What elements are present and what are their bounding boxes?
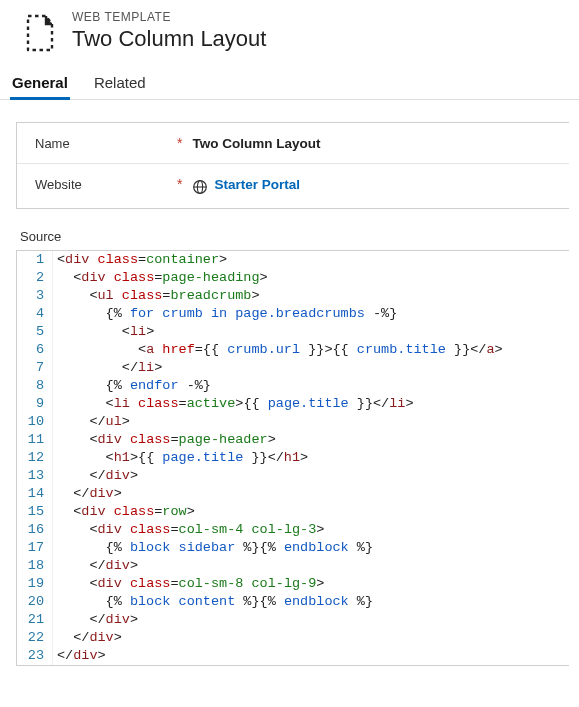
code-line[interactable]: 16 <div class=col-sm-4 col-lg-3> <box>17 521 569 539</box>
code-line[interactable]: 15 <div class=row> <box>17 503 569 521</box>
line-number: 3 <box>17 287 53 305</box>
tab-bar: GeneralRelated <box>0 58 579 100</box>
code-content[interactable]: </ul> <box>53 413 569 431</box>
line-number: 19 <box>17 575 53 593</box>
code-line[interactable]: 19 <div class=col-sm-8 col-lg-9> <box>17 575 569 593</box>
code-line[interactable]: 14 </div> <box>17 485 569 503</box>
code-line[interactable]: 6 <a href={{ crumb.url }}>{{ crumb.title… <box>17 341 569 359</box>
line-number: 22 <box>17 629 53 647</box>
code-line[interactable]: 9 <li class=active>{{ page.title }}</li> <box>17 395 569 413</box>
code-line[interactable]: 20 {% block content %}{% endblock %} <box>17 593 569 611</box>
page-title: Two Column Layout <box>72 26 266 52</box>
required-indicator: * <box>177 176 182 192</box>
line-number: 9 <box>17 395 53 413</box>
code-line[interactable]: 1<div class=container> <box>17 251 569 269</box>
code-content[interactable]: <div class=page-heading> <box>53 269 569 287</box>
line-number: 16 <box>17 521 53 539</box>
source-code-editor[interactable]: 1<div class=container>2 <div class=page-… <box>16 250 569 666</box>
line-number: 1 <box>17 251 53 269</box>
line-number: 6 <box>17 341 53 359</box>
code-content[interactable]: </div> <box>53 629 569 647</box>
code-line[interactable]: 17 {% block sidebar %}{% endblock %} <box>17 539 569 557</box>
line-number: 2 <box>17 269 53 287</box>
template-page-icon <box>16 10 60 54</box>
globe-icon <box>192 179 208 195</box>
code-content[interactable]: </div> <box>53 611 569 629</box>
code-line[interactable]: 2 <div class=page-heading> <box>17 269 569 287</box>
line-number: 12 <box>17 449 53 467</box>
code-content[interactable]: </li> <box>53 359 569 377</box>
code-content[interactable]: <li> <box>53 323 569 341</box>
line-number: 21 <box>17 611 53 629</box>
line-number: 15 <box>17 503 53 521</box>
line-number: 10 <box>17 413 53 431</box>
line-number: 23 <box>17 647 53 665</box>
code-content[interactable]: <a href={{ crumb.url }}>{{ crumb.title }… <box>53 341 569 359</box>
tab-general[interactable]: General <box>10 74 70 99</box>
code-content[interactable]: {% endfor -%} <box>53 377 569 395</box>
code-line[interactable]: 4 {% for crumb in page.breadcrumbs -%} <box>17 305 569 323</box>
name-label: Name <box>35 136 177 151</box>
code-content[interactable]: </div> <box>53 557 569 575</box>
line-number: 13 <box>17 467 53 485</box>
code-line[interactable]: 21 </div> <box>17 611 569 629</box>
name-value[interactable]: Two Column Layout <box>192 136 320 151</box>
code-content[interactable]: <div class=container> <box>53 251 569 269</box>
code-line[interactable]: 8 {% endfor -%} <box>17 377 569 395</box>
code-line[interactable]: 18 </div> <box>17 557 569 575</box>
field-name: Name * Two Column Layout <box>17 123 569 164</box>
required-indicator: * <box>177 135 182 151</box>
code-content[interactable]: </div> <box>53 485 569 503</box>
code-line[interactable]: 23</div> <box>17 647 569 665</box>
page-header: WEB TEMPLATE Two Column Layout <box>0 0 579 58</box>
code-content[interactable]: <div class=page-header> <box>53 431 569 449</box>
website-lookup-link[interactable]: Starter Portal <box>214 177 300 192</box>
tab-related[interactable]: Related <box>92 74 148 99</box>
code-content[interactable]: {% block sidebar %}{% endblock %} <box>53 539 569 557</box>
code-content[interactable]: <h1>{{ page.title }}</h1> <box>53 449 569 467</box>
code-content[interactable]: <div class=row> <box>53 503 569 521</box>
code-content[interactable]: {% block content %}{% endblock %} <box>53 593 569 611</box>
code-line[interactable]: 12 <h1>{{ page.title }}</h1> <box>17 449 569 467</box>
field-website: Website * Starter Portal <box>17 164 569 204</box>
code-line[interactable]: 5 <li> <box>17 323 569 341</box>
line-number: 7 <box>17 359 53 377</box>
line-number: 18 <box>17 557 53 575</box>
code-content[interactable]: <li class=active>{{ page.title }}</li> <box>53 395 569 413</box>
code-line[interactable]: 10 </ul> <box>17 413 569 431</box>
line-number: 20 <box>17 593 53 611</box>
line-number: 17 <box>17 539 53 557</box>
code-line[interactable]: 7 </li> <box>17 359 569 377</box>
details-panel: Name * Two Column Layout Website * Start… <box>16 122 569 209</box>
code-line[interactable]: 13 </div> <box>17 467 569 485</box>
line-number: 4 <box>17 305 53 323</box>
source-label: Source <box>0 229 579 250</box>
entity-type-label: WEB TEMPLATE <box>72 10 266 24</box>
code-content[interactable]: {% for crumb in page.breadcrumbs -%} <box>53 305 569 323</box>
code-content[interactable]: <div class=col-sm-8 col-lg-9> <box>53 575 569 593</box>
code-line[interactable]: 22 </div> <box>17 629 569 647</box>
code-line[interactable]: 11 <div class=page-header> <box>17 431 569 449</box>
code-content[interactable]: </div> <box>53 647 569 665</box>
line-number: 5 <box>17 323 53 341</box>
line-number: 11 <box>17 431 53 449</box>
code-line[interactable]: 3 <ul class=breadcrumb> <box>17 287 569 305</box>
website-label: Website <box>35 177 177 192</box>
line-number: 8 <box>17 377 53 395</box>
code-content[interactable]: <div class=col-sm-4 col-lg-3> <box>53 521 569 539</box>
line-number: 14 <box>17 485 53 503</box>
code-content[interactable]: </div> <box>53 467 569 485</box>
code-content[interactable]: <ul class=breadcrumb> <box>53 287 569 305</box>
